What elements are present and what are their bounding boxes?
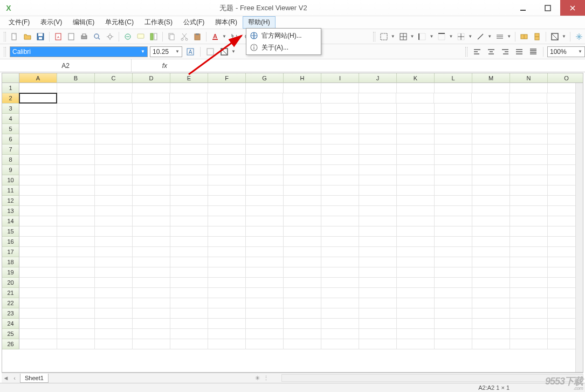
cell[interactable]	[359, 278, 397, 288]
cell[interactable]	[246, 226, 284, 237]
cell[interactable]	[246, 298, 284, 308]
cell[interactable]	[57, 288, 95, 298]
cell[interactable]	[321, 114, 359, 124]
cell[interactable]	[19, 93, 57, 104]
cell[interactable]	[359, 206, 397, 216]
cell[interactable]	[510, 329, 548, 339]
cell[interactable]	[284, 145, 321, 155]
cell[interactable]	[208, 104, 246, 114]
cell[interactable]	[435, 145, 472, 155]
cell[interactable]	[359, 216, 397, 226]
undo-icon[interactable]	[229, 31, 240, 43]
cell[interactable]	[397, 247, 435, 257]
cell[interactable]	[396, 93, 434, 104]
cell[interactable]	[284, 175, 321, 185]
cell[interactable]	[246, 257, 284, 267]
row-header[interactable]: 10	[2, 175, 19, 185]
cell[interactable]	[170, 298, 208, 308]
cell[interactable]	[510, 104, 548, 114]
column-header[interactable]: O	[548, 73, 583, 83]
cell[interactable]	[284, 247, 321, 257]
cell[interactable]	[435, 83, 472, 93]
cell[interactable]	[510, 278, 548, 288]
cell[interactable]	[435, 319, 472, 329]
font-color-dropdown[interactable]: A▼	[209, 31, 228, 43]
cell[interactable]	[245, 93, 283, 104]
cell[interactable]	[133, 329, 170, 339]
cell[interactable]	[472, 308, 510, 319]
cell[interactable]	[208, 329, 246, 339]
align-center-icon[interactable]	[485, 46, 497, 58]
menu-script[interactable]: 脚本(R)	[210, 16, 243, 29]
row-header[interactable]: 16	[2, 237, 19, 247]
column-header[interactable]: M	[472, 73, 510, 83]
cell[interactable]	[170, 134, 208, 145]
cell[interactable]	[19, 185, 57, 196]
cell[interactable]	[510, 226, 548, 237]
cell[interactable]	[95, 196, 133, 206]
save-icon[interactable]	[35, 31, 46, 43]
cell[interactable]	[510, 196, 548, 206]
cell[interactable]	[170, 175, 208, 185]
cell[interactable]	[510, 114, 548, 124]
cell[interactable]	[472, 329, 510, 339]
cell[interactable]	[208, 175, 246, 185]
cell[interactable]	[170, 267, 208, 278]
column-header[interactable]: F	[208, 73, 246, 83]
comment-icon[interactable]	[135, 31, 147, 43]
cell[interactable]	[19, 196, 57, 206]
cell[interactable]	[95, 237, 133, 247]
cell[interactable]	[472, 237, 510, 247]
cell[interactable]	[133, 185, 170, 196]
border-cross-dropdown[interactable]: ▼	[455, 31, 473, 43]
cell[interactable]	[321, 237, 359, 247]
cell[interactable]	[359, 175, 397, 185]
cell[interactable]	[170, 93, 208, 104]
zoom-combo[interactable]: 100%▼	[547, 46, 585, 57]
column-header[interactable]: L	[435, 73, 472, 83]
row-header[interactable]: 5	[2, 124, 19, 134]
align-distribute-icon[interactable]	[527, 46, 539, 58]
cell[interactable]	[359, 196, 397, 206]
cell[interactable]	[435, 185, 472, 196]
column-header[interactable]: H	[284, 73, 321, 83]
preview-icon[interactable]	[91, 31, 103, 43]
cell[interactable]	[321, 247, 359, 257]
cell[interactable]	[19, 329, 57, 339]
new-file-icon[interactable]	[9, 31, 20, 43]
cell[interactable]	[359, 237, 397, 247]
cell[interactable]	[397, 206, 435, 216]
cell[interactable]	[19, 206, 57, 216]
cell[interactable]	[57, 165, 95, 175]
cell[interactable]	[510, 124, 548, 134]
cell[interactable]	[321, 134, 359, 145]
cell[interactable]	[19, 237, 57, 247]
cell[interactable]	[170, 308, 208, 319]
select-all-corner[interactable]	[2, 73, 19, 83]
cell[interactable]	[57, 216, 95, 226]
cell[interactable]	[472, 339, 510, 349]
cell[interactable]	[435, 257, 472, 267]
row-header[interactable]: 21	[2, 288, 19, 298]
cell[interactable]	[284, 134, 321, 145]
cell[interactable]	[435, 226, 472, 237]
border-style-dropdown[interactable]: ▼	[494, 31, 512, 43]
cell[interactable]	[321, 83, 359, 93]
cell[interactable]	[133, 339, 170, 349]
cell[interactable]	[246, 267, 284, 278]
cell[interactable]	[434, 93, 472, 104]
cell[interactable]	[95, 226, 133, 237]
tab-add-icon[interactable]: ✳	[253, 374, 262, 382]
cell[interactable]	[208, 124, 246, 134]
cell[interactable]	[321, 155, 359, 165]
cell[interactable]	[208, 185, 246, 196]
cell[interactable]	[208, 226, 246, 237]
cell[interactable]	[19, 114, 57, 124]
cell[interactable]	[510, 155, 548, 165]
cell[interactable]	[510, 165, 548, 175]
cell[interactable]	[132, 93, 170, 104]
cell[interactable]	[472, 165, 510, 175]
cell[interactable]	[246, 237, 284, 247]
cell[interactable]	[472, 206, 510, 216]
cell[interactable]	[359, 339, 397, 349]
